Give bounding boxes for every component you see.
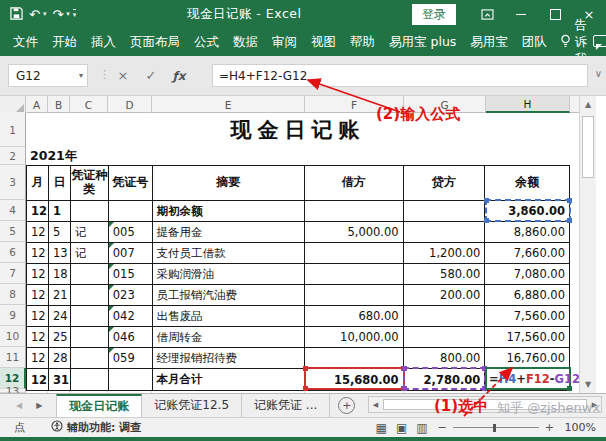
- cell-month-row8[interactable]: 12: [27, 285, 49, 306]
- cell-month-row7[interactable]: 12: [27, 264, 49, 285]
- zoom-in-icon[interactable]: +: [545, 421, 554, 434]
- cell-credit-row12[interactable]: 2,780.00: [404, 369, 486, 390]
- cell-debit-row9[interactable]: 680.00: [305, 306, 404, 327]
- row-header-11[interactable]: 11: [0, 347, 26, 368]
- tab-page-layout[interactable]: 页面布局: [123, 29, 187, 56]
- row-header-10[interactable]: 10: [0, 326, 26, 347]
- accessibility-status[interactable]: 辅助功能: 调查: [51, 420, 141, 435]
- header-summary[interactable]: 摘要: [153, 166, 305, 201]
- cell-balance-row12[interactable]: [485, 369, 569, 390]
- cell-day-row12[interactable]: 31: [49, 369, 71, 390]
- cell-desc-row5[interactable]: 提备用金: [153, 222, 305, 243]
- column-header-e[interactable]: E: [152, 96, 305, 113]
- cell-debit-row10[interactable]: 10,000.00: [305, 327, 404, 348]
- cell-desc-row12[interactable]: 本月合计: [153, 369, 305, 390]
- page-break-view-icon[interactable]: ▥: [416, 421, 427, 435]
- sheet-tab-active[interactable]: 现金日记账: [56, 394, 142, 417]
- header-month[interactable]: 月: [27, 166, 49, 201]
- cell-balance-row7[interactable]: 7,080.00: [485, 264, 569, 285]
- redo-dropdown-icon[interactable]: ▾: [66, 10, 70, 18]
- cell-month-row12[interactable]: 12: [27, 369, 49, 390]
- cell-balance-row10[interactable]: 17,560.00: [485, 327, 569, 348]
- comments-icon[interactable]: [593, 35, 606, 50]
- redo-icon[interactable]: ↷: [52, 8, 63, 21]
- year-cell[interactable]: 2021年: [26, 147, 570, 165]
- cell-desc-row7[interactable]: 采购润滑油: [153, 264, 305, 285]
- cell-month-row4[interactable]: 12: [27, 201, 49, 222]
- cell-no-row6[interactable]: 007: [109, 243, 153, 264]
- cell-month-row9[interactable]: 12: [27, 306, 49, 327]
- cell-debit-row5[interactable]: 5,000.00: [305, 222, 404, 243]
- row-header-1[interactable]: 1: [0, 113, 26, 147]
- formula-input[interactable]: =H4+F12-G12: [212, 64, 588, 87]
- cell-day-row8[interactable]: 21: [49, 285, 71, 306]
- new-sheet-icon[interactable]: +: [338, 397, 355, 414]
- header-credit[interactable]: 贷方: [404, 166, 486, 201]
- cell-type-row9[interactable]: [71, 306, 109, 327]
- header-day[interactable]: 日: [49, 166, 71, 201]
- column-header-f[interactable]: F: [305, 96, 404, 113]
- cell-desc-row6[interactable]: 支付员工借款: [153, 243, 305, 264]
- sheet-prev-icon[interactable]: ◀: [16, 401, 22, 410]
- cell-no-row12[interactable]: [109, 369, 153, 390]
- cell-month-row11[interactable]: 12: [27, 348, 49, 369]
- column-header-d[interactable]: D: [108, 96, 152, 113]
- enter-entry-icon[interactable]: ✓: [140, 64, 162, 87]
- header-balance[interactable]: 余额: [485, 166, 569, 201]
- tab-formulas[interactable]: 公式: [187, 29, 226, 56]
- cell-day-row6[interactable]: 13: [49, 243, 71, 264]
- cell-credit-row8[interactable]: 200.00: [404, 285, 486, 306]
- undo-dropdown-icon[interactable]: ▾: [43, 10, 47, 18]
- cell-credit-row7[interactable]: 580.00: [404, 264, 486, 285]
- zoom-out-icon[interactable]: −: [438, 421, 447, 434]
- cell-month-row6[interactable]: 12: [27, 243, 49, 264]
- row-header-8[interactable]: 8: [0, 284, 26, 305]
- header-debit[interactable]: 借方: [305, 166, 404, 201]
- minimize-button[interactable]: [504, 0, 538, 28]
- cell-day-row4[interactable]: 1: [49, 201, 71, 222]
- tab-team[interactable]: 团队: [515, 29, 554, 56]
- cell-debit-row7[interactable]: [305, 264, 404, 285]
- row-header-6[interactable]: 6: [0, 242, 26, 263]
- cell-day-row10[interactable]: 25: [49, 327, 71, 348]
- horizontal-scroll-thumb[interactable]: [383, 399, 587, 410]
- scroll-right-icon[interactable]: ▶: [588, 401, 601, 409]
- page-layout-view-icon[interactable]: ▣: [396, 421, 407, 435]
- cell-desc-row8[interactable]: 员工报销汽油费: [153, 285, 305, 306]
- row-header-2[interactable]: 2: [0, 147, 26, 165]
- cell-balance-row8[interactable]: 6,880.00: [485, 285, 569, 306]
- cell-month-row10[interactable]: 12: [27, 327, 49, 348]
- sheet-next-icon[interactable]: ▶: [36, 401, 42, 410]
- cell-no-row8[interactable]: 023: [109, 285, 153, 306]
- normal-view-icon[interactable]: ▦: [376, 421, 387, 435]
- scroll-left-icon[interactable]: ◀: [369, 401, 382, 409]
- cell-day-row7[interactable]: 18: [49, 264, 71, 285]
- cell-no-row10[interactable]: 046: [109, 327, 153, 348]
- tab-view[interactable]: 视图: [304, 29, 343, 56]
- cell-day-row9[interactable]: 24: [49, 306, 71, 327]
- cell-credit-row9[interactable]: [404, 306, 486, 327]
- cell-credit-row5[interactable]: [404, 222, 486, 243]
- cell-no-row11[interactable]: 059: [109, 348, 153, 369]
- ribbon-display-options-icon[interactable]: [470, 0, 504, 28]
- cell-type-row10[interactable]: [71, 327, 109, 348]
- zoom-slider[interactable]: [453, 427, 539, 428]
- cell-day-row5[interactable]: 5: [49, 222, 71, 243]
- cell-desc-row11[interactable]: 经理报销招待费: [153, 348, 305, 369]
- cell-type-row8[interactable]: [71, 285, 109, 306]
- tab-yiyongbao-plus[interactable]: 易用宝 plus: [382, 29, 463, 56]
- cell-debit-row4[interactable]: [305, 201, 404, 222]
- cell-desc-row4[interactable]: 期初余额: [153, 201, 305, 222]
- cell-balance-row9[interactable]: 7,560.00: [485, 306, 569, 327]
- vertical-scrollbar[interactable]: ▲ ▼: [579, 96, 596, 393]
- tab-help[interactable]: 帮助: [343, 29, 382, 56]
- cell-type-row11[interactable]: [71, 348, 109, 369]
- cell-debit-row11[interactable]: [305, 348, 404, 369]
- cell-no-row5[interactable]: 005: [109, 222, 153, 243]
- header-voucher-no[interactable]: 凭证号: [109, 166, 153, 201]
- vertical-scroll-thumb[interactable]: [582, 116, 594, 178]
- cancel-entry-icon[interactable]: ×: [112, 64, 134, 87]
- undo-icon[interactable]: ↶: [29, 8, 40, 21]
- row-header-4[interactable]: 4: [0, 200, 26, 221]
- cell-type-row7[interactable]: [71, 264, 109, 285]
